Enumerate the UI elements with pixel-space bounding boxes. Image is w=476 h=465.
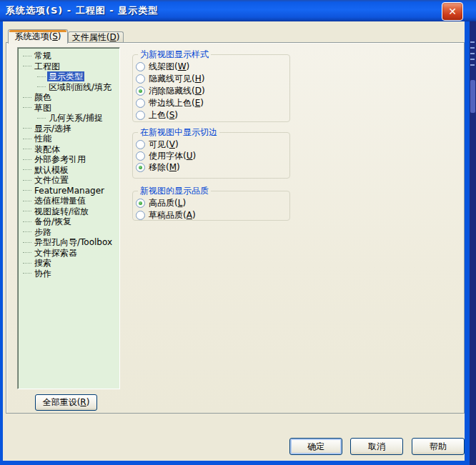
scrollbar-tick <box>470 64 475 66</box>
group-tangent-edges: 在新视图中显示切边 可见(V) 使用字体(U) 移除(M) <box>132 126 290 179</box>
group-title: 新视图的显示品质 <box>138 185 211 197</box>
window-border-bottom <box>0 461 470 465</box>
tree-item-label: 协作 <box>33 269 53 279</box>
tree-item[interactable]: 搜索 <box>18 258 119 269</box>
reset-all-button[interactable]: 全部重设(R) <box>35 394 97 411</box>
tree-item[interactable]: 区域剖面线/填充 <box>18 82 119 93</box>
tree-item[interactable]: 异型孔向导/Toolbox <box>18 237 119 248</box>
close-button[interactable]: ✕ <box>442 2 463 21</box>
tree-item-label: 异型孔向导/Toolbox <box>33 237 114 247</box>
tree-item[interactable]: 几何关系/捕捉 <box>18 113 119 124</box>
tab-system-options[interactable]: 系统选项(S) <box>8 29 68 44</box>
window-border-right <box>465 21 470 461</box>
tab-document-properties[interactable]: 文件属性(D) <box>68 31 124 43</box>
cancel-button[interactable]: 取消 <box>350 438 403 455</box>
tree-item-label: 文件探索器 <box>33 248 79 258</box>
radio-button-icon <box>136 111 145 120</box>
radio-button-icon <box>136 86 145 96</box>
tree-item[interactable]: 备份/恢复 <box>18 216 119 227</box>
group-title: 为新视图显示样式 <box>138 49 211 61</box>
radio-group-display-quality: 高品质(L) 草稿品质(A) <box>136 197 289 221</box>
radio-option-label: 可见(V) <box>149 139 179 151</box>
tree-item-label: 选值框增量值 <box>33 196 87 206</box>
tree-connector-line <box>23 149 31 149</box>
radio-option[interactable]: 可见(V) <box>136 139 289 150</box>
tree-item[interactable]: 文件位置 <box>18 175 119 186</box>
radio-option-label: 隐藏线可见(H) <box>149 73 204 85</box>
tree-item[interactable]: 工程图 <box>18 61 119 72</box>
ok-button-label: 确定 <box>307 441 324 453</box>
radio-option[interactable]: 高品质(L) <box>136 197 289 209</box>
tree-connector-line <box>23 128 31 129</box>
scrollbar-tick <box>470 59 475 60</box>
radio-button-icon <box>136 199 145 208</box>
radio-group-tangent-edges: 可见(V) 使用字体(U) 移除(M) <box>136 139 289 173</box>
tree-connector-line <box>37 86 46 87</box>
radio-option-label: 移除(M) <box>149 161 180 174</box>
radio-button-icon <box>136 74 145 84</box>
tree-connector-line <box>23 242 31 243</box>
radio-option-label: 上色(S) <box>149 109 178 121</box>
tree-connector-line <box>23 139 31 139</box>
group-display-quality: 新视图的显示品质 高品质(L) 草稿品质(A) <box>132 185 290 221</box>
group-title: 在新视图中显示切边 <box>138 126 219 139</box>
radio-button-icon <box>136 211 145 220</box>
tree-connector-line <box>23 252 31 253</box>
tree-item[interactable]: 颜色 <box>18 92 119 103</box>
radio-option[interactable]: 草稿品质(A) <box>136 209 289 221</box>
radio-option[interactable]: 消除隐藏线(D) <box>136 85 289 97</box>
tree-item[interactable]: 外部参考引用 <box>18 154 119 165</box>
scrollbar-thumb[interactable] <box>470 80 475 113</box>
tree-item[interactable]: 显示/选择 <box>18 124 119 134</box>
radio-option[interactable]: 线架图(W) <box>136 61 289 73</box>
tree-item-label: 工程图 <box>33 61 61 71</box>
tree-item-label: 外部参考引用 <box>33 154 87 164</box>
radio-option[interactable]: 上色(S) <box>136 109 289 121</box>
tree-item[interactable]: 选值框增量值 <box>18 196 119 206</box>
tree-item-label: 视图旋转/缩放 <box>33 206 90 216</box>
tree-item-label: 性能 <box>33 134 53 144</box>
tree-connector-line <box>37 118 46 119</box>
radio-option-label: 草稿品质(A) <box>149 209 196 221</box>
tree-item-label: 显示/选择 <box>33 124 73 134</box>
radio-button-icon <box>136 163 145 172</box>
tree-item-label: 常规 <box>33 51 53 61</box>
tree-item[interactable]: 协作 <box>18 269 119 279</box>
radio-option[interactable]: 移除(M) <box>136 161 289 173</box>
radio-option-label: 带边线上色(E) <box>149 97 204 109</box>
cancel-button-label: 取消 <box>368 441 385 453</box>
group-display-style: 为新视图显示样式 线架图(W) 隐藏线可见(H) 消除隐藏线(D) 带边线上色(… <box>132 49 290 122</box>
radio-option[interactable]: 隐藏线可见(H) <box>136 73 289 85</box>
tree-item-label: 搜索 <box>33 258 53 268</box>
tree-item-label: 步路 <box>33 227 53 237</box>
tree-item-label: FeatureManager <box>33 186 106 196</box>
tab-label: 系统选项(S) <box>15 31 61 43</box>
tree-item[interactable]: FeatureManager <box>18 186 119 196</box>
tree-item[interactable]: 草图 <box>18 103 119 114</box>
tree-item[interactable]: 装配体 <box>18 144 119 155</box>
title-bar[interactable]: 系统选项(S) - 工程图 - 显示类型 <box>0 0 476 21</box>
tree-item[interactable]: 文件探索器 <box>18 248 119 259</box>
tree-item-label: 颜色 <box>33 92 53 102</box>
close-icon: ✕ <box>448 6 457 17</box>
tree-item[interactable]: 常规 <box>18 51 119 61</box>
radio-option-label: 使用字体(U) <box>149 150 196 162</box>
tree-item-label: 几何关系/捕捉 <box>47 113 104 123</box>
radio-option[interactable]: 使用字体(U) <box>136 150 289 161</box>
settings-tree[interactable]: 常规 工程图 显示类型 区域剖面线/填充 颜色 草图 几何关系/捕捉 <box>17 47 120 389</box>
tree-connector-line <box>23 273 31 274</box>
tree-item[interactable]: 视图旋转/缩放 <box>18 206 119 217</box>
radio-option[interactable]: 带边线上色(E) <box>136 97 289 109</box>
tree-item[interactable]: 性能 <box>18 134 119 144</box>
reset-all-label: 全部重设(R) <box>43 396 90 409</box>
tree-item[interactable]: 显示类型 <box>18 71 119 82</box>
ok-button[interactable]: 确定 <box>289 438 342 455</box>
tree-item[interactable]: 默认模板 <box>18 165 119 176</box>
radio-group-display-style: 线架图(W) 隐藏线可见(H) 消除隐藏线(D) 带边线上色(E) 上色(S) <box>136 61 289 121</box>
radio-option-label: 高品质(L) <box>149 197 186 209</box>
scrollbar-tick <box>470 41 475 43</box>
help-button[interactable]: 帮助 <box>412 438 465 455</box>
tree-connector-line <box>23 180 31 181</box>
tree-item-label: 备份/恢复 <box>33 216 73 226</box>
tree-item[interactable]: 步路 <box>18 227 119 238</box>
